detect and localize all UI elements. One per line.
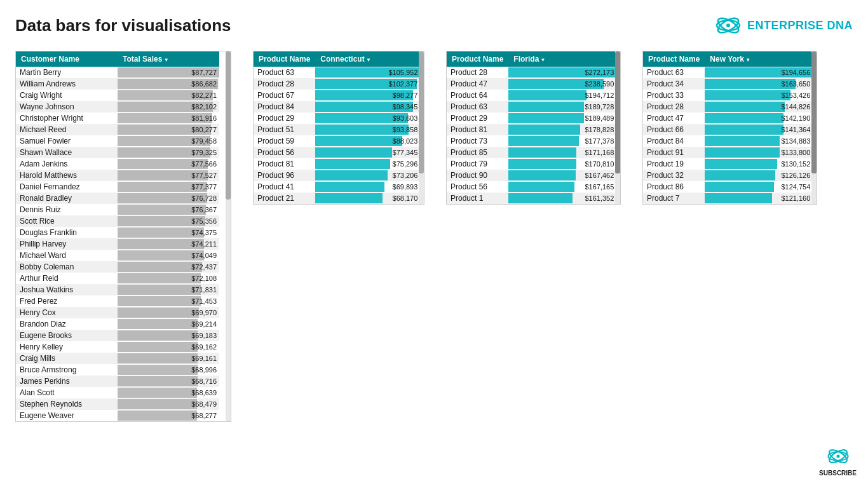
table-row: Product 1$161,352	[447, 193, 616, 204]
table-row: William Andrews$86,682	[16, 78, 219, 90]
cell-value: $76,367	[118, 204, 219, 215]
value-label: $68,479	[191, 400, 217, 408]
table-row: Craig Mills$69,161	[16, 353, 219, 364]
table-row: James Perkins$68,716	[16, 376, 219, 387]
table-row: Bobby Coleman$72,437	[16, 261, 219, 273]
table-row: Product 63$194,656	[643, 67, 813, 78]
value-label: $77,566	[191, 160, 217, 168]
data-bar	[705, 102, 785, 112]
cell-name: Product 29	[447, 112, 508, 124]
table-row: Fred Perez$71,453	[16, 295, 219, 307]
table-row: Product 96$73,206	[254, 170, 420, 181]
data-bar	[315, 136, 402, 146]
table3: Product Name Florida Product 28$272,173P…	[447, 51, 616, 204]
value-label: $69,183	[191, 332, 217, 339]
value-label: $68,639	[191, 389, 217, 396]
cell-value: $71,453	[118, 295, 219, 307]
table-row: Product 56$77,345	[254, 147, 420, 158]
table1-col1-header: Customer Name	[16, 51, 118, 67]
value-label: $189,489	[585, 114, 614, 122]
data-bar	[705, 90, 790, 100]
table-row: Douglas Franklin$74,375	[16, 227, 219, 238]
data-bar	[315, 182, 384, 192]
value-label: $69,161	[191, 355, 217, 362]
cell-value: $171,168	[508, 147, 616, 158]
cell-name: Product 86	[643, 181, 705, 193]
data-bar	[508, 182, 574, 192]
cell-value: $87,727	[118, 67, 219, 78]
cell-value: $93,603	[315, 112, 420, 124]
cell-value: $105,952	[315, 67, 420, 78]
cell-value: $76,728	[118, 193, 219, 204]
value-label: $77,527	[191, 172, 217, 179]
cell-value: $88,023	[315, 135, 420, 147]
value-label: $71,453	[191, 297, 217, 305]
cell-name: Product 7	[643, 193, 705, 204]
table3-scrollbar[interactable]	[615, 51, 620, 204]
data-bar	[705, 125, 783, 135]
data-bar	[118, 319, 198, 329]
cell-name: Adam Jenkins	[16, 158, 118, 170]
cell-value: $72,437	[118, 261, 219, 273]
value-label: $75,296	[393, 160, 418, 168]
cell-name: Product 90	[447, 170, 508, 181]
cell-name: Douglas Franklin	[16, 227, 118, 238]
data-bar	[705, 147, 779, 158]
cell-name: Craig Wright	[16, 90, 118, 101]
value-label: $171,168	[585, 149, 614, 156]
subscribe-area[interactable]: SUBSCRIBE	[819, 444, 857, 477]
table1-container: Customer Name Total Sales Martin Berry$8…	[15, 51, 231, 422]
value-label: $68,170	[393, 194, 418, 202]
cell-value: $134,883	[705, 135, 813, 147]
cell-value: $68,277	[118, 410, 219, 421]
value-label: $75,356	[191, 217, 217, 225]
data-bar	[508, 113, 584, 123]
cell-name: Product 41	[254, 181, 315, 193]
cell-value: $238,590	[508, 78, 616, 90]
cell-value: $75,356	[118, 215, 219, 227]
value-label: $77,345	[393, 149, 418, 156]
cell-value: $272,173	[508, 67, 616, 78]
value-label: $121,160	[781, 194, 810, 202]
cell-name: Michael Reed	[16, 124, 118, 135]
cell-name: Product 63	[643, 67, 705, 78]
cell-name: Dennis Ruiz	[16, 204, 118, 215]
cell-name: Henry Kelley	[16, 341, 118, 353]
table4-scrollbar[interactable]	[811, 51, 817, 204]
value-label: $163,650	[781, 80, 810, 88]
data-bar	[315, 170, 388, 180]
cell-value: $163,650	[705, 78, 813, 90]
table1-scrollbar[interactable]	[226, 51, 231, 421]
cell-name: Product 67	[254, 90, 315, 101]
cell-name: Product 32	[643, 170, 705, 181]
value-label: $80,277	[191, 126, 217, 133]
table-row: Dennis Ruiz$76,367	[16, 204, 219, 215]
cell-name: Henry Cox	[16, 307, 118, 318]
table-row: Product 79$170,810	[447, 158, 616, 170]
value-label: $72,437	[191, 263, 217, 271]
value-label: $74,375	[191, 229, 217, 236]
data-bar	[118, 262, 202, 272]
value-label: $68,716	[191, 377, 217, 385]
table-row: Product 7$121,160	[643, 193, 813, 204]
table2-scrollbar[interactable]	[419, 51, 424, 204]
data-bar	[118, 285, 201, 295]
cell-name: Product 28	[447, 67, 508, 78]
cell-value: $98,277	[315, 90, 420, 101]
table-row: Product 33$153,426	[643, 90, 813, 101]
data-bar	[118, 353, 198, 363]
subscribe-icon	[826, 444, 850, 468]
table-row: Michael Ward$74,049	[16, 250, 219, 261]
table4: Product Name New York Product 63$194,656…	[643, 51, 813, 204]
cell-name: Phillip Harvey	[16, 238, 118, 250]
cell-name: Product 51	[254, 124, 315, 135]
cell-name: Product 79	[447, 158, 508, 170]
value-label: $142,190	[781, 114, 810, 122]
cell-name: Product 47	[447, 78, 508, 90]
table-row: Product 64$194,712	[447, 90, 616, 101]
cell-name: Wayne Johnson	[16, 101, 118, 112]
value-label: $167,462	[585, 172, 614, 179]
cell-value: $77,377	[118, 181, 219, 193]
value-label: $79,325	[191, 149, 217, 156]
data-bar	[118, 308, 199, 318]
